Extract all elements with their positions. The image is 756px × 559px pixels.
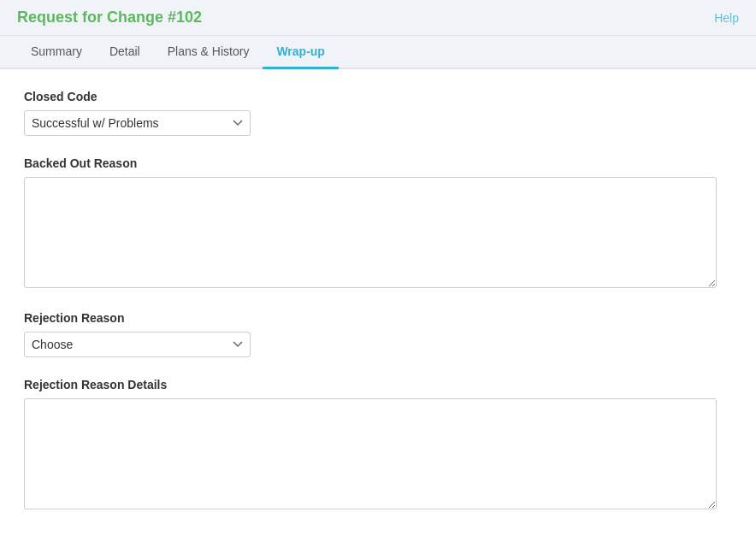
- rejection-reason-select[interactable]: Choose Approved Denied Other: [24, 332, 251, 357]
- content-area: Closed Code Successful Successful w/ Pro…: [0, 69, 756, 553]
- tab-detail[interactable]: Detail: [96, 36, 154, 69]
- closed-code-group: Closed Code Successful Successful w/ Pro…: [24, 90, 732, 136]
- closed-code-label: Closed Code: [24, 90, 732, 103]
- tab-bar: Summary Detail Plans & History Wrap-up: [0, 36, 756, 69]
- tab-wrap-up[interactable]: Wrap-up: [263, 36, 339, 69]
- closed-code-select[interactable]: Successful Successful w/ Problems Unsucc…: [24, 110, 251, 136]
- rejection-reason-group: Rejection Reason Choose Approved Denied …: [24, 311, 732, 357]
- rejection-reason-details-group: Rejection Reason Details: [24, 378, 732, 512]
- rejection-reason-details-textarea[interactable]: [24, 398, 717, 509]
- page-title: Request for Change #102: [17, 9, 202, 26]
- help-link[interactable]: Help: [714, 11, 739, 25]
- tab-plans-history[interactable]: Plans & History: [154, 36, 263, 69]
- backed-out-reason-label: Backed Out Reason: [24, 156, 732, 170]
- tab-summary[interactable]: Summary: [17, 36, 96, 69]
- rejection-reason-details-label: Rejection Reason Details: [24, 378, 732, 391]
- page-container: Request for Change #102 Help Summary Det…: [0, 0, 756, 559]
- rejection-reason-label: Rejection Reason: [24, 311, 732, 325]
- backed-out-reason-group: Backed Out Reason: [24, 156, 732, 291]
- page-header: Request for Change #102 Help: [0, 0, 756, 36]
- backed-out-reason-textarea[interactable]: [24, 177, 717, 288]
